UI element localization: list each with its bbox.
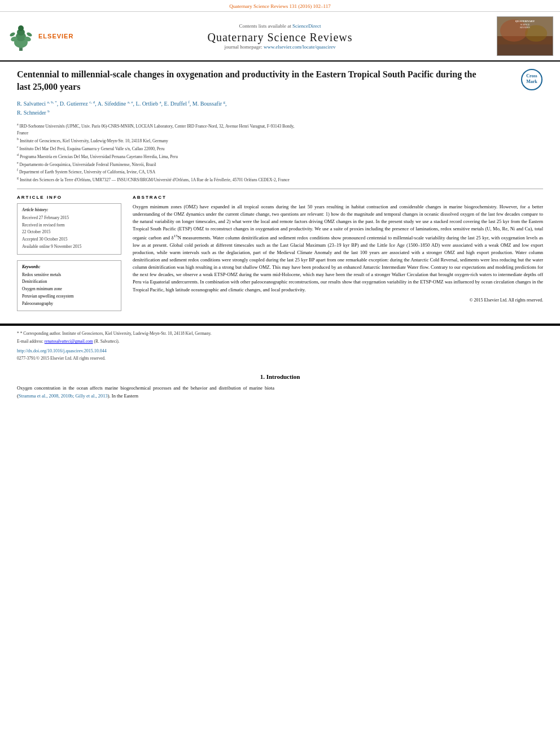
svg-text:Mark: Mark	[526, 79, 537, 84]
svg-text:QUATERNARY: QUATERNARY	[515, 20, 535, 23]
elsevier-tree-icon	[7, 21, 35, 52]
article-dates: Received 27 February 2015 Received in re…	[22, 215, 116, 251]
journal-cover-image: QUATERNARY SCIENCE REVIEWS	[497, 16, 553, 56]
svg-point-8	[26, 31, 33, 37]
article-history-label: Article history:	[22, 207, 116, 212]
journal-reference-text: Quaternary Science Reviews 131 (2016) 10…	[229, 3, 330, 9]
svg-rect-13	[497, 45, 553, 56]
journal-header: ELSEVIER Contents lists available at Sci…	[0, 12, 560, 62]
footer-notes: * * Corresponding author. Institute of G…	[17, 330, 543, 345]
footer-area: * * Corresponding author. Institute of G…	[0, 325, 560, 366]
science-direct-link[interactable]: ScienceDirect	[292, 23, 321, 29]
elsevier-brand-text: ELSEVIER	[38, 33, 73, 40]
authors-line: R. Salvatteci a, b, *, D. Gutierrez c, d…	[17, 99, 543, 118]
doi-link[interactable]: http://dx.doi.org/10.1016/j.quascirev.20…	[17, 348, 107, 353]
article-history-box: Article history: Received 27 February 20…	[17, 203, 121, 255]
svg-point-7	[9, 31, 16, 37]
introduction-section: 1. Introduction	[0, 366, 560, 380]
abstract-text: Oxygen minimum zones (OMZ) have expanded…	[133, 203, 543, 304]
main-content-area: Centennial to millennial-scale changes i…	[0, 62, 560, 325]
svg-point-4	[18, 25, 24, 31]
section-divider	[17, 189, 543, 189]
svg-text:Cross: Cross	[526, 73, 537, 78]
article-info-abstract: ARTICLE INFO Article history: Received 2…	[17, 195, 543, 317]
copyright-text: © 2015 Elsevier Ltd. All rights reserved…	[133, 297, 543, 304]
journal-title-area: Contents lists available at ScienceDirec…	[75, 23, 485, 50]
keywords-box: Keywords: Redox sensitive metals Denitri…	[17, 260, 121, 312]
footer-links: http://dx.doi.org/10.1016/j.quascirev.20…	[17, 348, 543, 353]
intro-section-title: 1. Introduction	[17, 373, 543, 380]
email-note: E-mail address: renatosalvatteci@gmail.c…	[17, 338, 543, 345]
article-title-section: Centennial to millennial-scale changes i…	[17, 68, 543, 94]
intro-ref-link[interactable]: Stramma et al., 2008, 2010b; Gilly et al…	[19, 393, 108, 399]
intro-col-right	[286, 385, 543, 399]
abstract-heading: ABSTRACT	[133, 195, 543, 200]
crossmark-icon[interactable]: Cross Mark	[520, 68, 543, 91]
abstract-column: ABSTRACT Oxygen minimum zones (OMZ) have…	[133, 195, 543, 317]
keywords-list: Redox sensitive metals Denitrification O…	[22, 272, 116, 308]
article-info-column: ARTICLE INFO Article history: Received 2…	[17, 195, 121, 317]
svg-text:SCIENCE: SCIENCE	[520, 24, 530, 26]
corresponding-author-note: * * Corresponding author. Institute of G…	[17, 330, 543, 337]
journal-reference-bar: Quaternary Science Reviews 131 (2016) 10…	[0, 0, 560, 12]
contents-line: Contents lists available at ScienceDirec…	[75, 23, 485, 29]
svg-text:REVIEWS: REVIEWS	[520, 27, 530, 29]
footer-issn: 0277-3791/© 2015 Elsevier Ltd. All right…	[17, 355, 543, 362]
homepage-link[interactable]: www.elsevier.com/locate/quascirev	[264, 44, 335, 50]
journal-logo-area: QUATERNARY SCIENCE REVIEWS	[485, 16, 553, 56]
journal-name-text: Quaternary Science Reviews	[75, 31, 485, 44]
affiliations-block: a IRD-Sorbonne Universités (UPMC, Univ. …	[17, 122, 543, 183]
journal-homepage: journal homepage: www.elsevier.com/locat…	[75, 44, 485, 50]
article-title: Centennial to millennial-scale changes i…	[17, 68, 480, 94]
introduction-two-column: Oxygen concentration in the ocean affect…	[0, 385, 560, 399]
keywords-label: Keywords:	[22, 264, 116, 269]
author-email-link[interactable]: renatosalvatteci@gmail.com	[45, 339, 93, 344]
intro-col-left: Oxygen concentration in the ocean affect…	[17, 385, 274, 399]
journal-cover-svg: QUATERNARY SCIENCE REVIEWS	[497, 16, 553, 56]
elsevier-logo-area: ELSEVIER	[7, 21, 75, 52]
article-info-heading: ARTICLE INFO	[17, 195, 121, 200]
